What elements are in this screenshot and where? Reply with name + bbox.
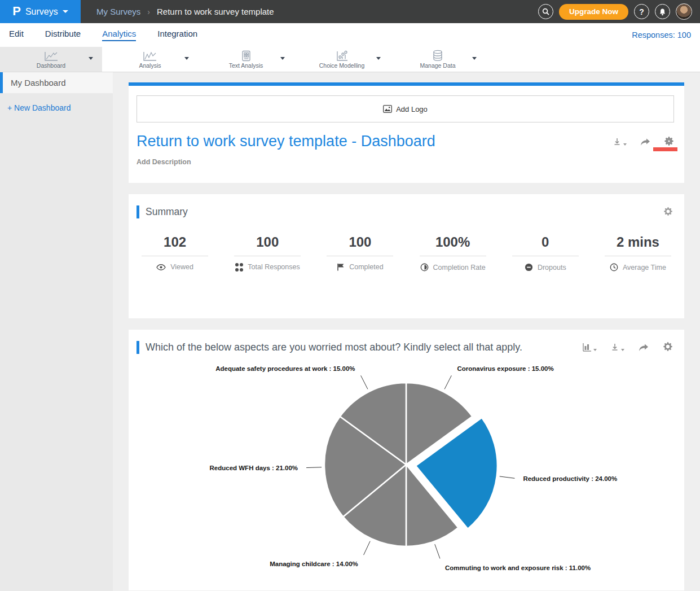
ribbon-label: Manage Data xyxy=(420,62,455,69)
metric-value: 100% xyxy=(407,234,499,250)
pie-slice-label: Coronavirus exposure : 15.00% xyxy=(457,365,553,372)
pie-label-leader xyxy=(361,375,368,389)
metric-dropouts: 0 Dropouts xyxy=(499,234,592,272)
chart-type-button[interactable] xyxy=(582,343,597,352)
dashboard-title[interactable]: Return to work survey template - Dashboa… xyxy=(137,133,435,150)
gear-icon xyxy=(663,207,673,216)
ribbon-dropdown-text-analysis[interactable] xyxy=(280,57,285,60)
metric-label: Average Time xyxy=(623,264,666,272)
metric-label: Dropouts xyxy=(538,264,566,272)
metric-average-time: 2 mins Average Time xyxy=(592,234,684,272)
chevron-down-icon xyxy=(63,10,68,13)
add-logo-button[interactable]: Add Logo xyxy=(137,95,674,122)
export-download-button[interactable] xyxy=(613,137,627,147)
question-title: Which of the below aspects are you worri… xyxy=(146,342,522,353)
share-arrow-icon xyxy=(640,138,651,147)
breadcrumb-current: Return to work survey template xyxy=(157,7,274,16)
metric-value: 2 mins xyxy=(592,234,684,250)
line-chart-icon xyxy=(44,50,59,62)
ribbon-item-choice-modelling[interactable]: Choice Modelling xyxy=(294,47,390,72)
dashboard-header-card: Add Logo Return to work survey template … xyxy=(129,86,684,183)
metric-viewed: 102 Viewed xyxy=(129,234,221,272)
pie-label-leader xyxy=(364,541,370,555)
metric-label: Completion Rate xyxy=(433,264,486,272)
metric-completed: 100 Completed xyxy=(314,234,406,272)
summary-title: Summary xyxy=(146,206,188,218)
questionpro-logo-icon: P xyxy=(12,4,21,19)
ribbon-dropdown-analysis[interactable] xyxy=(184,57,189,60)
pie-slice-label: Commuting to work and exposure risk : 11… xyxy=(445,564,591,571)
metric-label: Viewed xyxy=(170,263,193,271)
ribbon-item-analysis[interactable]: Analysis xyxy=(102,47,198,72)
survey-nav: Edit Distribute Analytics Integration Re… xyxy=(0,23,700,47)
metric-value: 102 xyxy=(129,234,221,250)
product-switcher[interactable]: P Surveys xyxy=(0,0,81,23)
chevron-down-icon xyxy=(623,143,627,146)
share-arrow-icon xyxy=(638,343,649,352)
bar-chart-icon xyxy=(582,343,592,352)
share-button[interactable] xyxy=(640,138,651,147)
ribbon-label: Dashboard xyxy=(37,62,65,69)
metric-value: 100 xyxy=(221,234,314,250)
ribbon-label: Text Analysis xyxy=(229,62,263,69)
ribbon-dropdown-manage-data[interactable] xyxy=(472,57,477,60)
question-settings-button[interactable] xyxy=(663,342,673,353)
sidebar-item-label: My Dashboard xyxy=(11,78,66,87)
nav-tab-edit[interactable]: Edit xyxy=(9,29,24,41)
summary-settings-button[interactable] xyxy=(663,207,673,218)
settings-gear-button[interactable] xyxy=(664,136,674,148)
ribbon-dropdown-dashboard[interactable] xyxy=(89,57,93,60)
metric-label: Total Responses xyxy=(248,263,300,271)
nav-tab-integration[interactable]: Integration xyxy=(157,29,197,41)
chevron-down-icon xyxy=(621,349,624,351)
question-mark-icon: ? xyxy=(639,7,644,16)
line-chart-icon xyxy=(143,50,157,62)
minus-circle-icon xyxy=(525,263,533,272)
breadcrumb-separator: › xyxy=(147,7,150,16)
analytics-ribbon: Dashboard Analysis Text Analysis Choice … xyxy=(0,47,700,72)
metric-value: 0 xyxy=(499,234,592,250)
nav-tab-analytics[interactable]: Analytics xyxy=(102,29,136,41)
add-description-button[interactable]: Add Description xyxy=(137,158,674,166)
ribbon-label: Choice Modelling xyxy=(319,62,365,69)
clock-icon xyxy=(610,263,618,272)
user-avatar[interactable] xyxy=(676,3,692,20)
pie-chart: Coronavirus exposure : 15.00%Reduced pro… xyxy=(129,358,684,586)
pie-slice-label: Adequate safety procedures at work : 15.… xyxy=(215,365,355,372)
section-accent xyxy=(137,205,139,218)
image-icon xyxy=(383,105,392,113)
search-button[interactable] xyxy=(538,4,553,19)
notifications-button[interactable] xyxy=(655,4,670,19)
ribbon-item-text-analysis[interactable]: Text Analysis xyxy=(198,47,294,72)
eye-icon xyxy=(156,264,166,270)
gear-icon xyxy=(663,342,673,352)
sidebar-item-my-dashboard[interactable]: My Dashboard xyxy=(0,72,113,93)
nav-tab-distribute[interactable]: Distribute xyxy=(45,29,81,41)
question-card: Which of the below aspects are you worri… xyxy=(129,330,684,590)
ribbon-item-manage-data[interactable]: Manage Data xyxy=(390,47,486,72)
metric-completion-rate: 100% Completion Rate xyxy=(407,234,499,272)
ribbon-label: Analysis xyxy=(139,62,161,69)
dots-icon xyxy=(235,263,244,272)
breadcrumb-my-surveys[interactable]: My Surveys xyxy=(96,7,140,16)
pie-slice-label: Reduced productivity : 24.00% xyxy=(523,475,617,482)
new-dashboard-button[interactable]: + New Dashboard xyxy=(0,93,113,112)
half-circle-icon xyxy=(420,263,429,272)
help-button[interactable]: ? xyxy=(634,4,649,19)
red-highlight-annotation xyxy=(653,147,677,151)
top-navbar: P Surveys My Surveys › Return to work su… xyxy=(0,0,700,23)
add-logo-label: Add Logo xyxy=(396,105,428,113)
pie-label-leader xyxy=(306,467,322,468)
question-download-button[interactable] xyxy=(610,343,624,352)
flag-icon xyxy=(337,263,345,271)
ribbon-item-dashboard[interactable]: Dashboard xyxy=(0,47,102,72)
database-icon xyxy=(432,50,443,62)
dashboard-sidebar: My Dashboard + New Dashboard xyxy=(0,72,113,591)
summary-card: Summary 102 xyxy=(129,194,684,318)
metric-value: 100 xyxy=(314,234,406,250)
download-icon xyxy=(613,137,622,147)
question-share-button[interactable] xyxy=(638,343,649,352)
ribbon-dropdown-choice-modelling[interactable] xyxy=(376,57,381,60)
responses-count[interactable]: Responses: 100 xyxy=(632,30,691,40)
upgrade-now-button[interactable]: Upgrade Now xyxy=(559,4,628,20)
